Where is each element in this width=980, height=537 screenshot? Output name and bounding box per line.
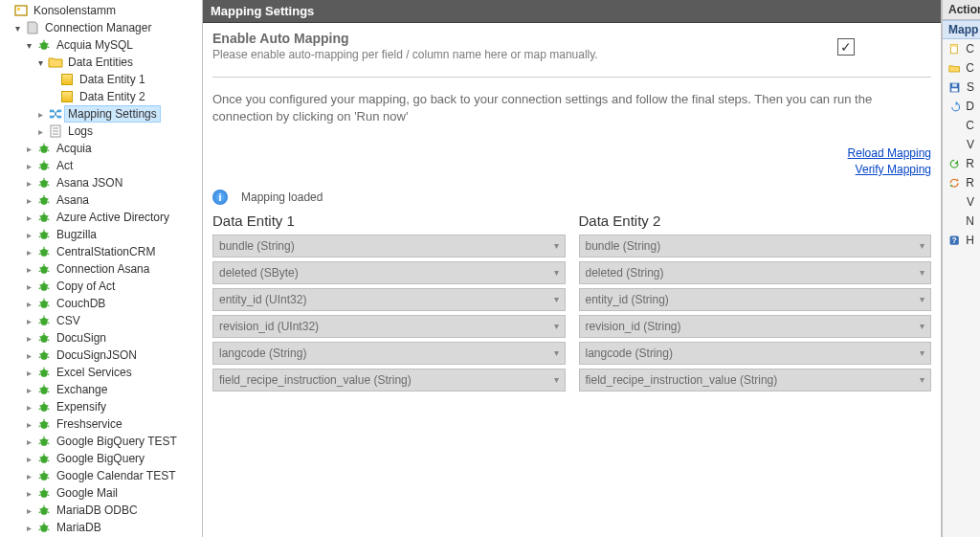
tree-data-entity-2[interactable]: Data Entity 2 — [0, 88, 202, 105]
field-dropdown[interactable]: langcode (String)▾ — [212, 342, 566, 365]
svg-line-7 — [48, 47, 50, 48]
tree-connection-manager[interactable]: Connection Manager — [0, 19, 202, 36]
tree-logs[interactable]: Logs — [0, 123, 202, 140]
expander-icon[interactable] — [23, 367, 34, 378]
field-dropdown[interactable]: revision_id (UInt32)▾ — [212, 315, 566, 338]
tree-connector[interactable]: CouchDB — [0, 295, 202, 312]
svg-line-76 — [39, 305, 41, 306]
expander-icon[interactable] — [23, 401, 34, 413]
field-dropdown[interactable]: entity_id (UInt32)▾ — [212, 288, 566, 311]
tree-connector[interactable]: CSV — [0, 312, 202, 329]
tree-connector[interactable]: Acquia — [0, 140, 202, 157]
expander-icon[interactable] — [23, 280, 34, 292]
expander-icon[interactable] — [34, 125, 46, 137]
expander-icon[interactable] — [34, 108, 46, 120]
action-item[interactable]: V — [943, 135, 980, 154]
svg-line-146 — [40, 508, 42, 510]
expander-icon[interactable] — [23, 229, 34, 240]
expander-icon[interactable] — [23, 160, 34, 171]
svg-line-44 — [40, 215, 42, 217]
tree-connector[interactable]: Expensify — [0, 398, 202, 415]
expander-icon[interactable] — [23, 39, 34, 51]
expander-icon[interactable] — [23, 212, 34, 223]
book-icon — [25, 20, 40, 35]
connector-icon — [36, 158, 52, 173]
field-dropdown[interactable]: deleted (String)▾ — [579, 261, 932, 284]
svg-point-150 — [41, 525, 48, 532]
expander-icon[interactable] — [23, 246, 34, 257]
tree-connector[interactable]: CentralStationCRM — [0, 243, 202, 260]
expander-icon[interactable] — [23, 143, 34, 154]
action-item[interactable]: S — [943, 78, 980, 97]
console-root-icon — [13, 3, 29, 18]
tree-connector[interactable]: Exchange — [0, 381, 202, 398]
connector-icon — [36, 279, 52, 294]
expander-icon[interactable] — [34, 56, 46, 68]
expander-icon[interactable] — [23, 453, 34, 464]
expander-icon[interactable] — [23, 349, 34, 361]
field-dropdown[interactable]: field_recipe_instruction_value (String)▾ — [579, 369, 932, 392]
tree-connector[interactable]: DocuSign — [0, 329, 202, 347]
tree-connector[interactable]: Copy of Act — [0, 278, 202, 295]
expander-icon[interactable] — [23, 263, 34, 275]
field-dropdown[interactable]: deleted (SByte)▾ — [212, 261, 566, 284]
tree-connector[interactable]: Asana — [0, 191, 202, 209]
tree-mapping-settings[interactable]: Mapping Settings — [0, 105, 202, 123]
expander-icon[interactable] — [23, 177, 34, 189]
action-item[interactable]: R — [943, 173, 980, 192]
tree-connector[interactable]: Excel Services — [0, 364, 202, 381]
expander-icon[interactable] — [23, 418, 34, 430]
tree-data-entities[interactable]: Data Entities — [0, 54, 202, 71]
expander-icon[interactable] — [23, 194, 34, 206]
action-item[interactable]: C — [943, 39, 980, 58]
field-dropdown[interactable]: bundle (String)▾ — [579, 235, 932, 257]
tree-connector[interactable]: Azure Active Directory — [0, 209, 202, 226]
tree-connector[interactable]: MariaDB ODBC — [0, 502, 202, 519]
verify-mapping-link[interactable]: Verify Mapping — [212, 163, 931, 176]
svg-point-60 — [41, 266, 48, 274]
field-dropdown[interactable]: field_recipe_instruction_value (String)▾ — [212, 369, 566, 392]
expander-icon[interactable] — [23, 470, 34, 481]
field-dropdown[interactable]: revision_id (String)▾ — [579, 315, 932, 338]
tree-connector[interactable]: Google BigQuery TEST — [0, 433, 202, 450]
expander-icon[interactable] — [23, 315, 34, 326]
field-dropdown[interactable]: bundle (String)▾ — [212, 235, 566, 257]
field-dropdown[interactable]: entity_id (String)▾ — [579, 288, 932, 311]
svg-line-80 — [40, 319, 42, 321]
tree-connector[interactable]: Asana JSON — [0, 174, 202, 191]
action-item[interactable]: C — [943, 58, 980, 78]
tree-connector[interactable]: Connection Asana — [0, 260, 202, 278]
expander-icon[interactable] — [23, 436, 34, 447]
action-item[interactable]: C — [943, 116, 980, 135]
action-item[interactable]: R — [943, 154, 980, 173]
acquia-mysql-label: Acquia MySQL — [54, 37, 136, 53]
tree-connector[interactable]: Freshservice — [0, 415, 202, 433]
expander-icon[interactable] — [23, 487, 34, 499]
expander-icon[interactable] — [11, 22, 23, 34]
tree-connector[interactable]: MariaDB — [0, 519, 202, 536]
tree-connector[interactable]: DocuSignJSON — [0, 347, 202, 364]
tree-connector[interactable]: Google Calendar TEST — [0, 467, 202, 484]
tree-acquia-mysql[interactable]: Acquia MySQL — [0, 36, 202, 54]
tree-root[interactable]: Konsolenstamm — [0, 2, 202, 19]
action-item[interactable]: D — [943, 97, 980, 116]
expander-icon[interactable] — [23, 504, 34, 516]
expander-icon[interactable] — [23, 332, 34, 344]
svg-text:?: ? — [952, 235, 957, 245]
action-item[interactable]: ?H — [943, 231, 980, 250]
tree-data-entity-1[interactable]: Data Entity 1 — [0, 71, 202, 88]
expander-icon[interactable] — [23, 384, 34, 395]
tree-connector[interactable]: Bugzilla — [0, 226, 202, 243]
action-item[interactable]: N — [943, 212, 980, 231]
tree-connector[interactable]: Google BigQuery — [0, 450, 202, 467]
svg-line-83 — [48, 323, 50, 324]
enable-auto-mapping-checkbox[interactable] — [837, 38, 855, 56]
reload-mapping-link[interactable]: Reload Mapping — [212, 146, 931, 160]
tree-connector[interactable]: Google Mail — [0, 484, 202, 502]
expander-icon[interactable] — [23, 522, 34, 533]
action-item[interactable]: V — [943, 192, 980, 212]
field-dropdown[interactable]: langcode (String)▾ — [579, 342, 932, 365]
connector-label: Freshservice — [54, 416, 125, 432]
tree-connector[interactable]: Act — [0, 157, 202, 174]
expander-icon[interactable] — [23, 298, 34, 309]
